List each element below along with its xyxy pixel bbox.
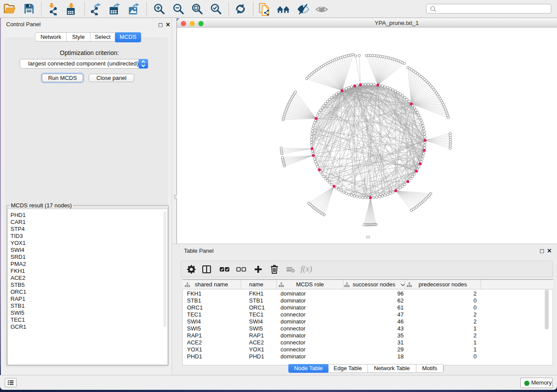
svg-text:f(x): f(x) [301,265,312,274]
